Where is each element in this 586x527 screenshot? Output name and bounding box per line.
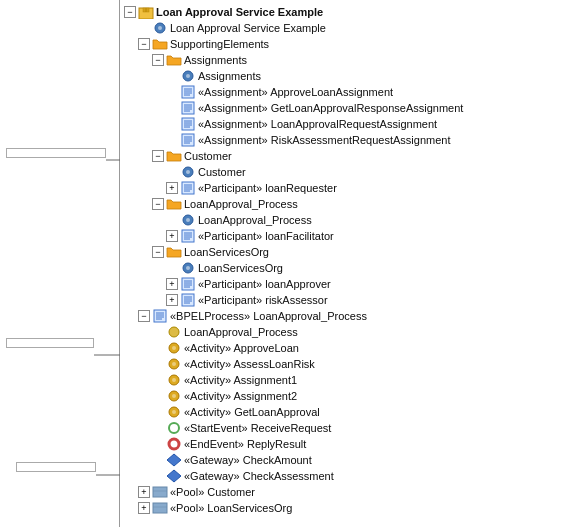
svg-rect-32 <box>182 182 194 194</box>
participants-annotation <box>16 462 96 472</box>
activity-icon <box>166 373 182 387</box>
tree-item[interactable]: «Gateway» CheckAssessment <box>124 468 586 484</box>
tree-item[interactable]: +«Pool» LoanServicesOrg <box>124 500 586 516</box>
tree-item[interactable]: «Assignment» GetLoanApprovalResponseAssi… <box>124 100 586 116</box>
expand-button[interactable]: + <box>166 182 178 194</box>
service-icon <box>152 21 168 35</box>
activity-icon <box>166 357 182 371</box>
tree-item-label: «Activity» ApproveLoan <box>184 342 299 354</box>
tree-item-label: Assignments <box>198 70 261 82</box>
collapse-button[interactable]: − <box>138 310 150 322</box>
tree-item[interactable]: «StartEvent» ReceiveRequest <box>124 420 586 436</box>
folder-icon <box>166 245 182 259</box>
tree-item[interactable]: «Assignment» LoanApprovalRequestAssignme… <box>124 116 586 132</box>
svg-point-45 <box>186 266 190 270</box>
tree-item-label: «StartEvent» ReceiveRequest <box>184 422 331 434</box>
svg-point-7 <box>158 26 162 30</box>
tree-item[interactable]: +«Participant» loanFacilitator <box>124 228 586 244</box>
gateway-icon <box>166 469 182 483</box>
tree-item[interactable]: «Activity» Assignment2 <box>124 388 586 404</box>
tree-item-label: Loan Approval Service Example <box>170 22 326 34</box>
tree-item[interactable]: −Loan Approval Service Example <box>124 4 586 20</box>
tree-item-label: Customer <box>184 150 232 162</box>
tree-item-label: LoanServicesOrg <box>184 246 269 258</box>
package-icon <box>138 5 154 19</box>
tree-item-label: «Participant» loanApprover <box>198 278 331 290</box>
svg-rect-46 <box>182 278 194 290</box>
svg-rect-25 <box>182 134 194 146</box>
tree-item-label: «Pool» Customer <box>170 486 255 498</box>
svg-point-71 <box>172 410 176 414</box>
activity-icon <box>166 389 182 403</box>
folder-icon <box>152 37 168 51</box>
tree-item-label: «Assignment» GetLoanApprovalResponseAssi… <box>198 102 463 114</box>
collapse-button[interactable]: − <box>138 38 150 50</box>
tree-item[interactable]: Assignments <box>124 68 586 84</box>
tree-item[interactable]: Loan Approval Service Example <box>124 20 586 36</box>
collapse-button[interactable]: − <box>152 150 164 162</box>
svg-point-38 <box>186 218 190 222</box>
tree-item[interactable]: −SupportingElements <box>124 36 586 52</box>
assignment-icon <box>180 181 196 195</box>
svg-marker-74 <box>167 454 181 466</box>
tree-item-label: «Assignment» RiskAssessmentRequestAssign… <box>198 134 451 146</box>
tree-item-label: «Activity» Assignment1 <box>184 374 297 386</box>
expand-button[interactable]: + <box>138 486 150 498</box>
assignment-icon <box>180 229 196 243</box>
tree-item[interactable]: «Activity» Assignment1 <box>124 372 586 388</box>
tree: −Loan Approval Service ExampleLoan Appro… <box>124 4 586 516</box>
tree-item[interactable]: LoanServicesOrg <box>124 260 586 276</box>
tree-item[interactable]: −LoanApproval_Process <box>124 196 586 212</box>
svg-point-65 <box>172 362 176 366</box>
tree-item[interactable]: «Gateway» CheckAmount <box>124 452 586 468</box>
start-event-icon <box>166 421 182 435</box>
tree-item[interactable]: −«BPELProcess» LoanApproval_Process <box>124 308 586 324</box>
collapse-button[interactable]: − <box>124 6 136 18</box>
svg-point-69 <box>172 394 176 398</box>
tree-item[interactable]: +«Pool» Customer <box>124 484 586 500</box>
tree-item[interactable]: «Activity» GetLoanApproval <box>124 404 586 420</box>
tree-item-label: «Gateway» CheckAmount <box>184 454 312 466</box>
tree-item[interactable]: −Assignments <box>124 52 586 68</box>
activity-icon <box>166 405 182 419</box>
assignment-icon <box>180 293 196 307</box>
tree-item-label: LoanApproval_Process <box>184 326 298 338</box>
tree-item-label: «Activity» AssessLoanRisk <box>184 358 315 370</box>
tree-item[interactable]: LoanApproval_Process <box>124 324 586 340</box>
svg-point-31 <box>186 170 190 174</box>
end-event-icon <box>166 437 182 451</box>
svg-rect-78 <box>153 503 167 513</box>
expand-button[interactable]: + <box>138 502 150 514</box>
assignment-icon <box>152 309 168 323</box>
folder-icon <box>166 197 182 211</box>
tree-item[interactable]: Customer <box>124 164 586 180</box>
tree-item[interactable]: −LoanServicesOrg <box>124 244 586 260</box>
web-services-annotation <box>6 148 106 158</box>
tree-item[interactable]: +«Participant» loanApprover <box>124 276 586 292</box>
tree-item-label: LoanApproval_Process <box>198 214 312 226</box>
tree-item[interactable]: −Customer <box>124 148 586 164</box>
collapse-button[interactable]: − <box>152 54 164 66</box>
tree-item[interactable]: «EndEvent» ReplyResult <box>124 436 586 452</box>
collapse-button[interactable]: − <box>152 198 164 210</box>
svg-rect-10 <box>182 86 194 98</box>
expand-button[interactable]: + <box>166 230 178 242</box>
service-icon <box>180 165 196 179</box>
expand-button[interactable]: + <box>166 278 178 290</box>
tree-item[interactable]: «Activity» AssessLoanRisk <box>124 356 586 372</box>
tree-item[interactable]: +«Participant» loanRequester <box>124 180 586 196</box>
connector-lines <box>0 0 120 527</box>
tree-item[interactable]: +«Participant» riskAssessor <box>124 292 586 308</box>
tree-item[interactable]: LoanApproval_Process <box>124 212 586 228</box>
expand-button[interactable]: + <box>166 294 178 306</box>
tree-item[interactable]: «Assignment» RiskAssessmentRequestAssign… <box>124 132 586 148</box>
tree-item[interactable]: «Activity» ApproveLoan <box>124 340 586 356</box>
assignment-icon <box>180 117 196 131</box>
collapse-button[interactable]: − <box>152 246 164 258</box>
gateway-icon <box>166 453 182 467</box>
tree-item-label: «Activity» Assignment2 <box>184 390 297 402</box>
tree-item[interactable]: «Assignment» ApproveLoanAssignment <box>124 84 586 100</box>
svg-point-9 <box>186 74 190 78</box>
tree-panel[interactable]: −Loan Approval Service ExampleLoan Appro… <box>120 0 586 527</box>
assignment-icon <box>180 101 196 115</box>
